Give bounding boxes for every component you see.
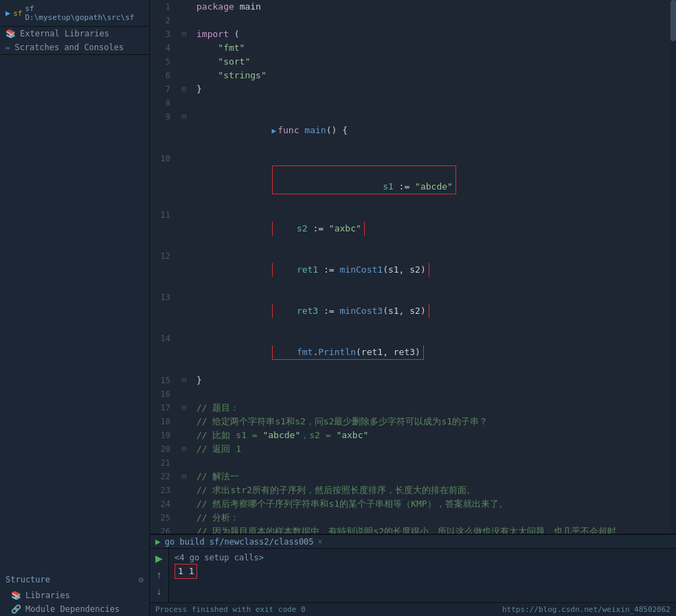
- module-icon: 🔗: [11, 604, 21, 614]
- output-value: 1 1: [174, 564, 197, 579]
- code-line-19: 19 // 比如 s1 = "abcde"，s2 = "axbc": [150, 429, 676, 442]
- code-line-25: 25 // 分析：: [150, 511, 676, 525]
- code-line-26: 26 // 因为题目原本的样本数据中，有特别说明s2的长度很小。所以这么做也没有…: [150, 525, 676, 534]
- code-line-9: 9 ⊟ ▶func main() {: [150, 110, 676, 152]
- run-output-line: 1 1: [174, 564, 671, 579]
- fold-icon[interactable]: ⊟: [182, 30, 187, 38]
- code-line-23: 23 // 求出str2所有的子序列，然后按照长度排序，长度大的排在前面。: [150, 483, 676, 497]
- code-line-14: 14 fmt.Println(ret1, ret3): [150, 332, 676, 374]
- fold-icon[interactable]: ⊟: [182, 84, 187, 93]
- project-path: sf D:\mysetup\gopath\src\sf: [25, 4, 144, 22]
- scrollbar-thumb[interactable]: [671, 0, 676, 41]
- structure-item-label: Module Dependencies: [25, 604, 120, 614]
- code-line-20: 20 ⊟ // 返回 1: [150, 442, 676, 456]
- structure-panel: Structure ⚙ 📚 Libraries 🔗 Module Depende…: [0, 54, 149, 616]
- project-header[interactable]: ▶ sf sf D:\mysetup\gopath\src\sf: [0, 0, 149, 27]
- run-play-button[interactable]: ▶: [154, 551, 164, 565]
- code-line-17: 17 ⊟ // 题目：: [150, 401, 676, 415]
- structure-title: Structure: [5, 575, 50, 584]
- code-line-24: 24 // 然后考察哪个子序列字符串和s1的某个子串相等（KMP），答案就出来了…: [150, 497, 676, 511]
- code-line-4: 4 "fmt": [150, 41, 676, 55]
- arrow-icon: ▶: [272, 126, 277, 135]
- run-arrow-down-button[interactable]: ↓: [155, 584, 163, 598]
- code-table: 1 package main 2 3 ⊟ import (: [150, 0, 676, 208]
- code-line-7: 7 ⊟ }: [150, 82, 676, 96]
- blog-url: https://blog.csdn.net/weixin_48502062: [502, 605, 671, 614]
- code-line-12: 12 ret1 := minCost1(s1, s2): [150, 249, 676, 290]
- folder-icon: ▶: [5, 8, 10, 18]
- code-editor[interactable]: 1 package main 2 3 ⊟ import (: [150, 0, 676, 534]
- code-line-18: 18 // 给定两个字符串s1和s2，问s2最少删除多少字符可以成为s1的子串？: [150, 415, 676, 429]
- structure-item-module-deps[interactable]: 🔗 Module Dependencies: [0, 602, 149, 616]
- run-tab: ▶ go build sf/newclass2/class005 ✕: [150, 535, 676, 549]
- fold-icon[interactable]: ⊟: [182, 112, 187, 121]
- sidebar-item-label: Scratches and Consoles: [14, 43, 124, 52]
- structure-item-libraries[interactable]: 📚 Libraries: [0, 589, 149, 602]
- lib-icon: 📚: [11, 591, 21, 600]
- code-line-22: 22 ⊟ // 解法一: [150, 470, 676, 483]
- sidebar-item-label: External Libraries: [20, 29, 109, 38]
- library-icon: 📚: [5, 29, 16, 38]
- structure-item-label: Libraries: [25, 591, 70, 600]
- run-output: <4 go setup calls> 1 1: [169, 549, 676, 602]
- code-line-15: 15 ⊟ }: [150, 374, 676, 387]
- run-close-button[interactable]: ✕: [318, 537, 323, 546]
- sidebar-item-external-libraries[interactable]: 📚 External Libraries: [0, 27, 149, 41]
- fold-gutter: [177, 0, 191, 14]
- run-toolbar: ▶ ↑ ↓ ≡: [150, 549, 169, 602]
- sidebar: ▶ sf sf D:\mysetup\gopath\src\sf 📚 Exter…: [0, 0, 150, 616]
- code-line-10: 10 s1 := "abcde": [150, 152, 676, 208]
- code-line-21: 21: [150, 456, 676, 470]
- command-text: <4 go setup calls>: [174, 551, 264, 564]
- code-line-11: 11 s2 := "axbc": [150, 208, 676, 249]
- line-code: package main: [191, 0, 676, 14]
- settings-icon[interactable]: ⚙: [139, 575, 144, 584]
- code-line-8: 8: [150, 96, 676, 110]
- status-bar: Process finished with exit code 0 https:…: [150, 602, 676, 616]
- ide-layout: ▶ sf sf D:\mysetup\gopath\src\sf 📚 Exter…: [0, 0, 676, 616]
- code-area: 1 package main 2 3 ⊟ import (: [150, 0, 676, 616]
- run-content: ▶ ↑ ↓ ≡ <4 go setup calls> 1 1: [150, 549, 676, 602]
- run-command-line: <4 go setup calls>: [174, 551, 671, 564]
- code-line-3: 3 ⊟ import (: [150, 27, 676, 41]
- run-icon: ▶: [155, 536, 161, 547]
- scratches-icon: ✏️: [5, 43, 10, 52]
- run-arrow-up-button[interactable]: ↑: [155, 568, 163, 582]
- code-line-5: 5 "sort": [150, 55, 676, 69]
- code-line-6: 6 "strings": [150, 69, 676, 82]
- scrollbar[interactable]: [671, 0, 676, 534]
- structure-header: Structure ⚙: [0, 571, 149, 589]
- code-line-13: 13 ret3 := minCost3(s1, s2): [150, 290, 676, 332]
- run-tab-label[interactable]: go build sf/newclass2/class005: [165, 537, 314, 547]
- sidebar-item-scratches[interactable]: ✏️ Scratches and Consoles: [0, 41, 149, 54]
- run-label-text: go build sf/newclass2/class005: [165, 537, 314, 547]
- run-panel: ▶ go build sf/newclass2/class005 ✕ ▶ ↑ ↓…: [150, 534, 676, 616]
- line-num: 1: [150, 0, 177, 14]
- code-table-2: 11 s2 := "axbc" 12 ret1 := minCost1(s1, …: [150, 208, 676, 534]
- code-line-1: 1 package main: [150, 0, 676, 14]
- code-line-16: 16: [150, 387, 676, 401]
- process-status: Process finished with exit code 0: [155, 605, 306, 614]
- code-line-2: 2: [150, 14, 676, 27]
- project-label: sf: [13, 9, 22, 18]
